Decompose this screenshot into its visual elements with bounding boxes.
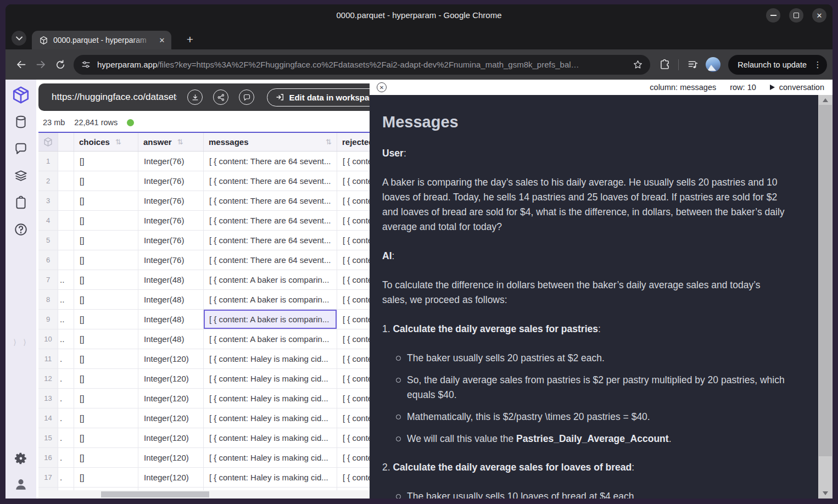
table-cell-messages[interactable]: [ { content: A baker is comparin... (204, 329, 337, 349)
row-number-cell[interactable]: 6 (38, 250, 58, 270)
table-cell-answer[interactable]: Integer(76) (138, 250, 204, 270)
column-header-messages[interactable]: messages⇅ (204, 133, 337, 151)
table-cell-messages[interactable]: [ { content: There are 64 sevent... (204, 250, 337, 270)
maximize-button[interactable] (789, 8, 803, 23)
table-cell-messages[interactable]: [ { content: There are 64 sevent... (204, 211, 337, 231)
row-number-cell[interactable]: 12 (38, 369, 58, 389)
minimize-button[interactable] (766, 8, 780, 23)
table-cell-dots[interactable] (58, 250, 74, 270)
row-number-cell[interactable]: 14 (38, 408, 58, 428)
table-cell-choices[interactable]: [] (74, 468, 138, 488)
table-cell-answer[interactable]: Integer(48) (138, 290, 204, 310)
panel-scroll-down-icon[interactable] (823, 491, 828, 495)
sort-icon[interactable]: ⇅ (326, 138, 332, 146)
tab-0000-parquet[interactable]: 0000.parquet - hyperparam ✕ (32, 31, 171, 49)
table-cell-dots[interactable] (58, 211, 74, 231)
table-cell-answer[interactable]: Integer(120) (138, 408, 204, 428)
table-cell-messages[interactable]: [ { content: Haley is making cid... (204, 428, 337, 448)
collapse-chevrons-icon[interactable]: ⟩ ⟩ (5, 338, 36, 346)
table-cell-choices[interactable]: [] (74, 191, 138, 211)
table-cell-dots[interactable] (58, 231, 74, 250)
sort-icon[interactable]: ⇅ (115, 138, 121, 146)
column-header-answer[interactable]: answer⇅ (138, 133, 204, 151)
table-cell-choices[interactable]: [] (74, 211, 138, 231)
close-button[interactable]: ✕ (812, 8, 826, 23)
row-number-cell[interactable]: 11 (38, 349, 58, 369)
table-cell-answer[interactable]: Integer(76) (138, 152, 204, 171)
help-icon[interactable] (14, 222, 28, 237)
row-number-cell[interactable]: 1 (38, 152, 58, 171)
table-cell-choices[interactable]: [] (74, 290, 138, 310)
row-number-cell[interactable]: 2 (38, 171, 58, 191)
download-button[interactable] (187, 89, 203, 105)
table-cell-choices[interactable]: [] (74, 389, 138, 408)
chat-bubble-icon[interactable] (14, 142, 28, 156)
clipboard-icon[interactable] (14, 195, 28, 210)
table-cell-dots[interactable] (58, 152, 74, 171)
profile-avatar[interactable] (706, 57, 720, 72)
database-icon[interactable] (14, 115, 28, 129)
table-cell-choices[interactable]: [] (74, 310, 138, 329)
table-cell-dots[interactable]: .. (58, 329, 74, 349)
row-number-cell[interactable]: 13 (38, 389, 58, 408)
table-cell-answer[interactable]: Integer(120) (138, 468, 204, 488)
share-button[interactable] (213, 89, 228, 105)
table-cell-choices[interactable]: [] (74, 448, 138, 468)
extensions-button[interactable] (655, 55, 674, 75)
table-cell-dots[interactable]: .. (58, 270, 74, 290)
tab-close-icon[interactable]: ✕ (157, 35, 167, 45)
row-number-cell[interactable]: 15 (38, 428, 58, 448)
file-url-input[interactable]: https://huggingface.co/datasets (52, 92, 177, 103)
table-cell-answer[interactable]: Integer(120) (138, 369, 204, 389)
table-cell-dots[interactable]: . (58, 349, 74, 369)
conversation-toggle[interactable]: conversation (770, 83, 824, 92)
table-cell-choices[interactable]: [] (74, 408, 138, 428)
table-cell-messages[interactable]: [ { content: A baker is comparin... (204, 310, 337, 329)
row-number-cell[interactable]: 4 (38, 211, 58, 231)
comment-button[interactable] (239, 89, 254, 105)
table-cell-answer[interactable]: Integer(120) (138, 349, 204, 369)
table-cell-messages[interactable]: [ { content: Haley is making cid... (204, 389, 337, 408)
relaunch-to-update-button[interactable]: Relaunch to update ⋮ (728, 55, 827, 75)
table-cell-answer[interactable]: Integer(120) (138, 389, 204, 408)
media-controls-button[interactable] (683, 55, 702, 75)
table-cell-answer[interactable]: Integer(76) (138, 191, 204, 211)
table-cell-dots[interactable]: . (58, 369, 74, 389)
table-cell-dots[interactable]: .. (58, 310, 74, 329)
back-button[interactable] (11, 55, 31, 75)
table-cell-answer[interactable]: Integer(120) (138, 428, 204, 448)
table-cell-answer[interactable]: Integer(120) (138, 448, 204, 468)
table-cell-messages[interactable]: [ { content: Haley is making cid... (204, 448, 337, 468)
table-cell-messages[interactable]: [ { content: Haley is making cid... (204, 369, 337, 389)
reload-button[interactable] (51, 55, 70, 75)
titlebar[interactable]: 0000.parquet - hyperparam - Google Chrom… (5, 4, 833, 26)
table-corner-cell[interactable] (38, 133, 58, 151)
new-tab-button[interactable]: + (181, 31, 199, 48)
table-cell-answer[interactable]: Integer(76) (138, 171, 204, 191)
table-cell-choices[interactable]: [] (74, 369, 138, 389)
panel-close-button[interactable]: ✕ (377, 82, 387, 92)
browser-menu-kebab-icon[interactable]: ⋮ (813, 60, 823, 70)
panel-scroll-up-icon[interactable] (823, 98, 828, 102)
table-cell-messages[interactable]: [ { content: Haley is making cid... (204, 349, 337, 369)
layers-icon[interactable] (14, 169, 28, 183)
address-bar[interactable]: hyperparam.app/files?key=https%3A%2F%2Fh… (74, 55, 650, 75)
table-cell-messages[interactable]: [ { content: There are 64 sevent... (204, 191, 337, 211)
table-cell-dots[interactable]: . (58, 408, 74, 428)
forward-button[interactable] (31, 55, 51, 75)
table-cell-choices[interactable]: [] (74, 171, 138, 191)
row-number-cell[interactable]: 5 (38, 231, 58, 250)
row-number-cell[interactable]: 8 (38, 290, 58, 310)
table-cell-messages[interactable]: [ { content: A baker is comparin... (204, 290, 337, 310)
table-cell-dots[interactable] (58, 191, 74, 211)
row-number-cell[interactable]: 17 (38, 468, 58, 488)
table-cell-dots[interactable]: . (58, 448, 74, 468)
table-cell-dots[interactable]: . (58, 428, 74, 448)
table-horizontal-scrollbar[interactable] (38, 490, 388, 499)
column-header-dots[interactable] (58, 133, 74, 151)
table-cell-answer[interactable]: Integer(48) (138, 270, 204, 290)
table-cell-dots[interactable] (58, 171, 74, 191)
table-cell-choices[interactable]: [] (74, 349, 138, 369)
bookmark-star-icon[interactable] (633, 59, 643, 70)
row-number-cell[interactable]: 7 (38, 270, 58, 290)
